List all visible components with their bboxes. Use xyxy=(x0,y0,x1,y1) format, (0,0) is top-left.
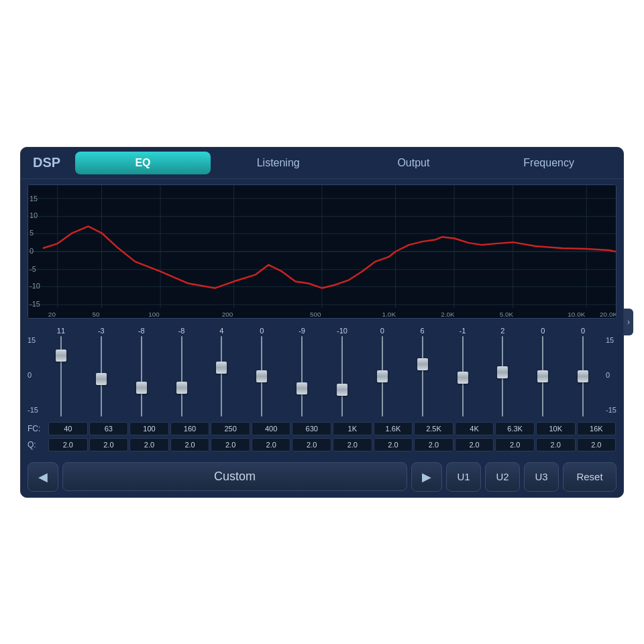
fader-track-wrapper-4[interactable] xyxy=(216,336,227,417)
q-cell-12[interactable]: 2.0 xyxy=(536,438,576,451)
fc-values: 40631001602504006301K1.6K2.5K4K6.3K10K16… xyxy=(48,422,616,435)
fader-thumb-8[interactable] xyxy=(377,370,388,382)
eq-chart: 15 10 5 0 -5 -10 -15 20 50 100 200 500 1… xyxy=(28,184,616,319)
tab-output[interactable]: Output xyxy=(346,152,482,174)
u2-button[interactable]: U2 xyxy=(485,462,520,492)
svg-text:2.0K: 2.0K xyxy=(441,311,455,318)
q-cell-4[interactable]: 2.0 xyxy=(211,438,250,451)
faders-inner: 11-3-8-840-9-1006-1200 xyxy=(41,327,603,417)
svg-text:10: 10 xyxy=(30,211,38,219)
fader-thumb-11[interactable] xyxy=(497,366,508,378)
fader-track-wrapper-0[interactable] xyxy=(56,336,66,417)
scale-mid-left: 0 xyxy=(28,371,38,379)
fader-track-7 xyxy=(341,336,343,417)
fader-track-3 xyxy=(181,336,182,417)
fc-cell-13[interactable]: 16K xyxy=(577,422,616,435)
q-cell-10[interactable]: 2.0 xyxy=(455,438,494,451)
fader-thumb-0[interactable] xyxy=(56,350,66,362)
q-cell-9[interactable]: 2.0 xyxy=(414,438,453,451)
u3-button[interactable]: U3 xyxy=(524,462,559,492)
fc-cell-12[interactable]: 10K xyxy=(536,422,576,435)
fader-track-wrapper-5[interactable] xyxy=(256,336,267,417)
fc-cell-6[interactable]: 630 xyxy=(292,422,331,435)
fader-thumb-5[interactable] xyxy=(256,370,267,382)
fc-cell-2[interactable]: 100 xyxy=(129,422,169,435)
fader-track-4 xyxy=(221,336,222,417)
fader-thumb-13[interactable] xyxy=(578,370,588,382)
fader-track-wrapper-9[interactable] xyxy=(417,336,428,417)
svg-text:5.0K: 5.0K xyxy=(500,311,514,318)
fader-thumb-9[interactable] xyxy=(417,358,428,370)
svg-text:-10: -10 xyxy=(30,282,40,290)
fc-cell-10[interactable]: 4K xyxy=(455,422,494,435)
q-cell-3[interactable]: 2.0 xyxy=(170,438,210,451)
fader-col-12: 0 xyxy=(523,327,563,417)
fc-cell-11[interactable]: 6.3K xyxy=(495,422,535,435)
fader-track-wrapper-10[interactable] xyxy=(458,336,468,417)
reset-button[interactable]: Reset xyxy=(563,462,616,492)
fader-db-8: 0 xyxy=(380,327,384,335)
fader-track-wrapper-11[interactable] xyxy=(497,336,508,417)
tab-eq[interactable]: EQ xyxy=(75,152,211,174)
fc-cell-8[interactable]: 1.6K xyxy=(374,422,413,435)
q-cell-5[interactable]: 2.0 xyxy=(252,438,291,451)
q-cell-2[interactable]: 2.0 xyxy=(129,438,169,451)
preset-label[interactable]: Custom xyxy=(62,462,407,491)
fader-track-wrapper-2[interactable] xyxy=(136,336,147,417)
side-arrow[interactable]: › xyxy=(624,309,633,335)
fader-track-0 xyxy=(60,336,62,417)
tab-frequency[interactable]: Frequency xyxy=(481,152,616,174)
fader-thumb-6[interactable] xyxy=(297,382,307,394)
fader-track-wrapper-1[interactable] xyxy=(96,336,107,417)
fader-track-wrapper-13[interactable] xyxy=(578,336,588,417)
fc-cell-1[interactable]: 63 xyxy=(89,422,129,435)
tab-listening[interactable]: Listening xyxy=(211,152,346,174)
header-tabs: DSP EQ Listening Output Frequency xyxy=(21,148,623,179)
fc-cell-0[interactable]: 40 xyxy=(48,422,88,435)
fader-thumb-7[interactable] xyxy=(337,384,347,396)
fader-db-10: -1 xyxy=(460,327,466,335)
scale-top-left: 15 xyxy=(28,336,38,344)
fader-db-3: -8 xyxy=(178,327,185,335)
fader-thumb-2[interactable] xyxy=(136,382,147,394)
q-cell-0[interactable]: 2.0 xyxy=(48,438,88,451)
q-cell-13[interactable]: 2.0 xyxy=(577,438,616,451)
fader-col-1: -3 xyxy=(81,327,121,417)
scale-top-right: 15 xyxy=(606,336,616,344)
svg-text:10.0K: 10.0K xyxy=(568,311,585,318)
faders-row: 15 0 -15 11-3-8-840-9-1006-1200 15 0 -15 xyxy=(28,327,616,417)
svg-text:1.0K: 1.0K xyxy=(382,311,396,318)
prev-button[interactable]: ◀ xyxy=(28,462,58,492)
q-cell-11[interactable]: 2.0 xyxy=(495,438,535,451)
fc-cell-9[interactable]: 2.5K xyxy=(414,422,453,435)
q-cell-8[interactable]: 2.0 xyxy=(374,438,413,451)
fader-db-9: 6 xyxy=(421,327,425,335)
dsp-label: DSP xyxy=(28,152,66,173)
fader-track-wrapper-6[interactable] xyxy=(297,336,307,417)
fader-thumb-12[interactable] xyxy=(537,370,548,382)
fc-cell-3[interactable]: 160 xyxy=(170,422,210,435)
eq-chart-svg: 15 10 5 0 -5 -10 -15 20 50 100 200 500 1… xyxy=(28,185,616,318)
q-cell-1[interactable]: 2.0 xyxy=(89,438,129,451)
fader-track-wrapper-8[interactable] xyxy=(377,336,388,417)
q-cell-6[interactable]: 2.0 xyxy=(292,438,331,451)
fader-track-wrapper-12[interactable] xyxy=(537,336,548,417)
q-cell-7[interactable]: 2.0 xyxy=(333,438,372,451)
svg-text:0: 0 xyxy=(30,246,34,254)
fc-cell-7[interactable]: 1K xyxy=(333,422,372,435)
fader-thumb-4[interactable] xyxy=(216,362,227,374)
u1-button[interactable]: U1 xyxy=(446,462,481,492)
fader-thumb-10[interactable] xyxy=(458,372,468,384)
fader-db-6: -9 xyxy=(299,327,305,335)
next-button[interactable]: ▶ xyxy=(411,462,442,492)
fader-db-0: 11 xyxy=(57,327,65,335)
fader-thumb-1[interactable] xyxy=(96,373,107,385)
fader-track-wrapper-3[interactable] xyxy=(176,336,187,417)
fc-cell-4[interactable]: 250 xyxy=(211,422,250,435)
fader-thumb-3[interactable] xyxy=(176,382,187,394)
svg-text:5: 5 xyxy=(30,229,34,237)
svg-text:20.0K: 20.0K xyxy=(600,311,616,318)
fc-cell-5[interactable]: 400 xyxy=(252,422,291,435)
fader-track-wrapper-7[interactable] xyxy=(337,336,347,417)
fc-label: FC: xyxy=(28,424,48,433)
